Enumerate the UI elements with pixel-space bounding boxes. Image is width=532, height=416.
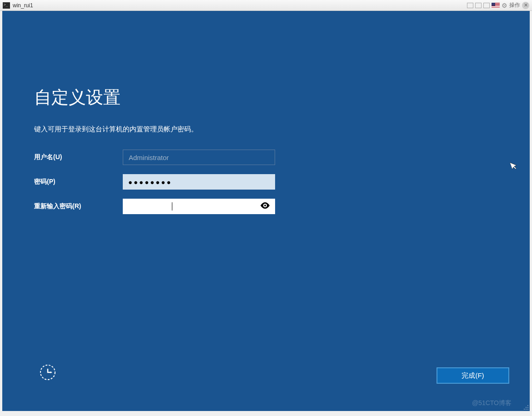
ease-of-access-icon[interactable] [39,363,57,381]
username-input [123,150,275,165]
svg-point-5 [524,409,525,410]
confirm-password-row: 重新输入密码(R) ●●●●●●●● [34,199,530,214]
gear-icon[interactable]: ⚙ [502,2,507,9]
window-btn-2[interactable] [475,3,482,8]
window-btn-1[interactable] [467,3,473,8]
svg-point-2 [527,405,528,406]
window-btn-3[interactable] [483,3,490,8]
confirm-password-input[interactable]: ●●●●●●●● [128,203,172,211]
watermark: @51CTO博客 [472,399,512,407]
reveal-password-icon[interactable] [261,202,270,211]
svg-point-7 [527,409,528,410]
setup-panel: 自定义设置 键入可用于登录到这台计算机的内置管理员帐户密码。 用户名(U) 密码… [2,11,530,214]
svg-point-6 [526,409,527,410]
password-row: 密码(P) ●●●●●●●● [34,174,530,190]
svg-point-4 [527,407,528,408]
text-cursor [172,202,172,211]
svg-point-3 [526,407,527,408]
action-menu[interactable]: 操作 [509,1,520,9]
finish-button[interactable]: 完成(F) [437,367,509,384]
vm-screen: 自定义设置 键入可用于登录到这台计算机的内置管理员帐户密码。 用户名(U) 密码… [2,11,530,411]
confirm-password-wrapper[interactable]: ●●●●●●●● [123,199,275,214]
titlebar-controls: ⚙ 操作 ✕ [467,1,529,9]
vm-titlebar: win_rui1 ⚙ 操作 ✕ [0,0,532,11]
username-label: 用户名(U) [34,153,123,161]
password-input[interactable]: ●●●●●●●● [123,174,275,190]
vm-title: win_rui1 [13,2,33,9]
us-flag-icon[interactable] [492,3,500,8]
console-icon [3,2,10,9]
page-subtitle: 键入可用于登录到这台计算机的内置管理员帐户密码。 [34,125,530,134]
page-title: 自定义设置 [34,86,530,109]
resize-grip-icon[interactable] [522,404,529,410]
username-row: 用户名(U) [34,150,530,165]
confirm-password-label: 重新输入密码(R) [34,202,123,211]
svg-point-0 [264,205,266,206]
close-icon[interactable]: ✕ [522,2,529,9]
password-label: 密码(P) [34,178,123,186]
